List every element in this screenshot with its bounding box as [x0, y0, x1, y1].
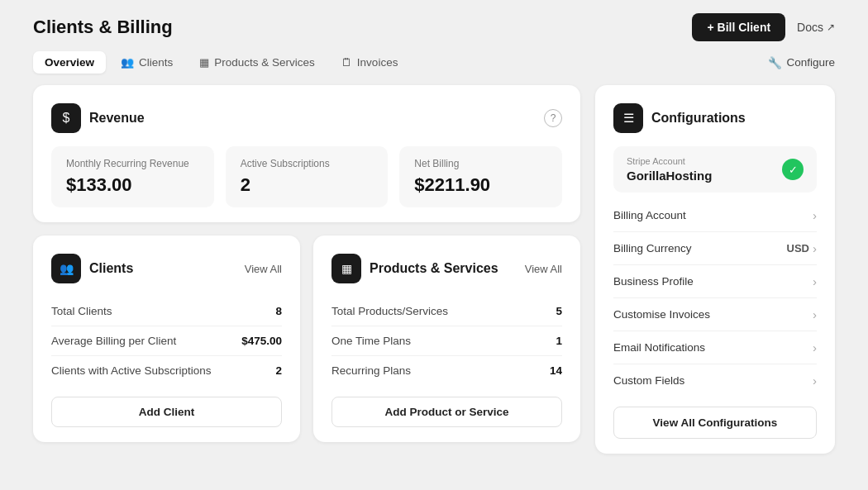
- configurations-card: ☰ Configurations Stripe Account GorillaH…: [595, 85, 835, 454]
- view-all-configurations-button[interactable]: View All Configurations: [613, 407, 817, 439]
- revenue-title: Revenue: [89, 111, 145, 126]
- stripe-check-icon: ✓: [782, 159, 804, 180]
- products-view-all[interactable]: View All: [525, 263, 562, 275]
- stripe-account-box: Stripe Account GorillaHosting ✓: [613, 146, 817, 193]
- products-total-row: Total Products/Services 5: [331, 297, 562, 326]
- config-row-customise-invoices[interactable]: Customise Invoices ›: [613, 298, 817, 331]
- chevron-icon: ›: [813, 241, 817, 255]
- clients-title-row: 👥 Clients: [51, 254, 133, 283]
- add-product-button[interactable]: Add Product or Service: [331, 397, 562, 427]
- chevron-icon: ›: [813, 307, 817, 321]
- products-icon: ▦: [331, 254, 361, 283]
- revenue-card-header: $ Revenue ?: [51, 103, 562, 133]
- clients-tab-icon: 👥: [121, 56, 134, 69]
- chevron-icon: ›: [813, 340, 817, 354]
- products-onetime-row: One Time Plans 1: [331, 326, 562, 356]
- config-row-business-profile[interactable]: Business Profile ›: [613, 265, 817, 298]
- stripe-info: Stripe Account GorillaHosting: [627, 156, 712, 183]
- clients-card-header: 👥 Clients View All: [51, 254, 282, 283]
- metric-mrr: Monthly Recurring Revenue $133.00: [51, 146, 214, 207]
- clients-title: Clients: [89, 261, 133, 276]
- chevron-icon: ›: [813, 208, 817, 222]
- clients-active-sub-row: Clients with Active Subscriptions 2: [51, 356, 282, 385]
- clients-card: 👥 Clients View All Total Clients 8 Avera…: [33, 235, 300, 442]
- right-column: ☰ Configurations Stripe Account GorillaH…: [595, 85, 835, 454]
- tab-overview[interactable]: Overview: [33, 51, 106, 74]
- revenue-metrics: Monthly Recurring Revenue $133.00 Active…: [51, 146, 562, 207]
- clients-icon-symbol: 👥: [60, 262, 74, 275]
- clients-total-row: Total Clients 8: [51, 297, 282, 326]
- config-row-email-notifications[interactable]: Email Notifications ›: [613, 331, 817, 364]
- top-right-actions: + Bill Client Docs ↗: [692, 13, 835, 41]
- config-icon: ☰: [613, 103, 643, 133]
- config-row-custom-fields[interactable]: Custom Fields ›: [613, 364, 817, 397]
- products-icon-symbol: ▦: [341, 262, 352, 275]
- docs-link[interactable]: Docs ↗: [797, 21, 835, 34]
- products-title: Products & Services: [370, 261, 498, 276]
- tab-clients[interactable]: 👥 Clients: [109, 51, 184, 74]
- main-content: $ Revenue ? Monthly Recurring Revenue $1…: [0, 85, 868, 478]
- chevron-icon: ›: [813, 373, 817, 388]
- products-card: ▦ Products & Services View All Total Pro…: [313, 235, 580, 442]
- products-tab-icon: ▦: [199, 56, 209, 69]
- clients-avg-billing-row: Average Billing per Client $475.00: [51, 326, 282, 356]
- config-row-billing-currency[interactable]: Billing Currency USD ›: [613, 232, 817, 265]
- configure-icon: 🔧: [768, 56, 782, 69]
- chevron-icon: ›: [813, 274, 817, 288]
- left-column: $ Revenue ? Monthly Recurring Revenue $1…: [33, 85, 580, 454]
- clients-view-all[interactable]: View All: [245, 263, 282, 275]
- bill-client-label: + Bill Client: [707, 21, 770, 34]
- revenue-card: $ Revenue ? Monthly Recurring Revenue $1…: [33, 85, 580, 222]
- config-title-row: ☰ Configurations: [613, 103, 817, 133]
- dollar-icon: $: [63, 111, 70, 126]
- config-icon-symbol: ☰: [623, 111, 634, 126]
- config-row-billing-account[interactable]: Billing Account ›: [613, 199, 817, 232]
- external-link-icon: ↗: [827, 21, 835, 33]
- metric-active-subscriptions: Active Subscriptions 2: [226, 146, 389, 207]
- nav-bar: Overview 👥 Clients ▦ Products & Services…: [0, 51, 868, 85]
- metric-net-billing: Net Billing $2211.90: [399, 146, 562, 207]
- help-icon[interactable]: ?: [544, 109, 562, 127]
- clients-icon: 👥: [51, 254, 81, 283]
- tab-invoices[interactable]: 🗒 Invoices: [330, 51, 410, 74]
- revenue-title-row: $ Revenue: [51, 103, 145, 133]
- nav-tabs: Overview 👥 Clients ▦ Products & Services…: [33, 51, 409, 74]
- products-title-row: ▦ Products & Services: [331, 254, 498, 283]
- page-title: Clients & Billing: [33, 17, 173, 38]
- products-card-header: ▦ Products & Services View All: [331, 254, 562, 283]
- bill-client-button[interactable]: + Bill Client: [692, 13, 785, 41]
- top-bar: Clients & Billing + Bill Client Docs ↗: [0, 0, 868, 51]
- configure-button[interactable]: 🔧 Configure: [768, 56, 835, 69]
- bottom-cards: 👥 Clients View All Total Clients 8 Avera…: [33, 235, 580, 442]
- tab-products[interactable]: ▦ Products & Services: [188, 51, 327, 74]
- invoices-tab-icon: 🗒: [341, 56, 352, 69]
- config-title: Configurations: [651, 111, 746, 126]
- add-client-button[interactable]: Add Client: [51, 397, 282, 427]
- revenue-icon: $: [51, 103, 81, 133]
- products-recurring-row: Recurring Plans 14: [331, 356, 562, 385]
